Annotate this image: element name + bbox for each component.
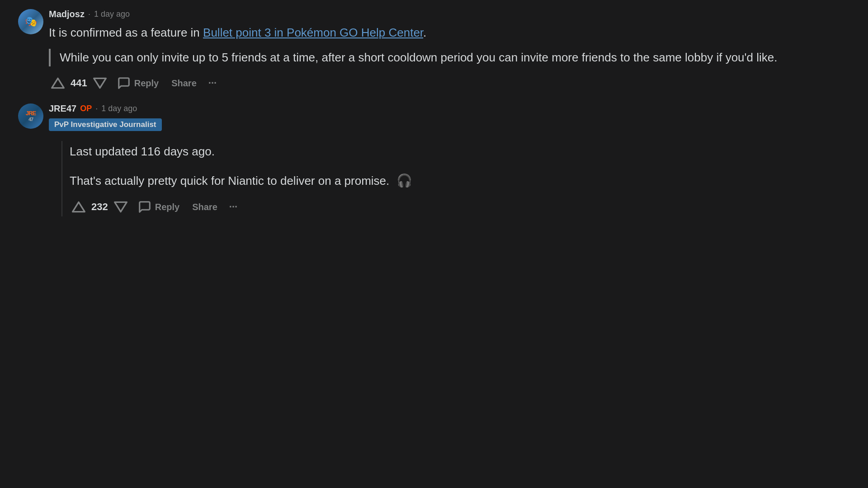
svg-marker-1	[94, 78, 106, 88]
upvote-button-jre47[interactable]	[70, 198, 88, 216]
timestamp-jre47: 1 day ago	[101, 104, 137, 113]
comment-madjosz: 🎭 Madjosz · 1 day ago It is confirmed as…	[18, 9, 850, 93]
more-label-jre47: ···	[229, 201, 237, 212]
comment-jre47: JRE 47 JRE47 OP · 1 day ago PvP Investig…	[18, 103, 850, 216]
reply-button-madjosz[interactable]: Reply	[113, 74, 163, 93]
more-button-madjosz[interactable]: ···	[205, 75, 220, 91]
dot-separator-2: ·	[95, 104, 98, 113]
comment-body-madjosz: Madjosz · 1 day ago It is confirmed as a…	[49, 9, 850, 93]
body-line2-jre47: That's actually pretty quick for Niantic…	[70, 171, 850, 190]
help-center-link[interactable]: Bullet point 3 in Pokémon GO Help Center	[203, 26, 423, 39]
svg-marker-3	[114, 202, 127, 211]
body-line1-jre47: Last updated 116 days ago.	[70, 143, 850, 160]
share-button-madjosz[interactable]: Share	[167, 75, 201, 91]
op-badge-jre47: OP	[80, 104, 92, 113]
more-button-jre47[interactable]: ···	[226, 199, 241, 215]
blockquote-madjosz: While you can only invite up to 5 friend…	[49, 49, 850, 66]
reply-button-jre47[interactable]: Reply	[133, 197, 184, 216]
timestamp-madjosz: 1 day ago	[94, 9, 130, 19]
downvote-button-jre47[interactable]	[112, 198, 130, 216]
more-label-madjosz: ···	[208, 77, 217, 89]
vote-count-jre47: 232	[91, 201, 108, 213]
svg-marker-0	[52, 78, 64, 88]
vote-section-madjosz: 441	[49, 74, 109, 92]
downvote-button-madjosz[interactable]	[91, 74, 109, 92]
comment-body-jre47: JRE47 OP · 1 day ago PvP Investigative J…	[49, 103, 850, 216]
action-bar-jre47: 232 Reply	[70, 197, 850, 216]
comment-text-madjosz: It is confirmed as a feature in Bullet p…	[49, 24, 850, 42]
nested-content-jre47: Last updated 116 days ago. That's actual…	[70, 141, 850, 216]
share-label-jre47: Share	[192, 202, 217, 212]
comment-header-jre47: JRE47 OP · 1 day ago	[49, 103, 850, 114]
comment-thread-jre47: Last updated 116 days ago. That's actual…	[49, 141, 850, 216]
page-container: 🎭 Madjosz · 1 day ago It is confirmed as…	[0, 0, 868, 236]
vote-section-jre47: 232	[70, 198, 130, 216]
vote-count-madjosz: 441	[71, 77, 87, 89]
flair-badge-jre47: PvP Investigative Journalist	[49, 118, 162, 131]
text-after-link: .	[423, 26, 426, 39]
blockquote-text: While you can only invite up to 5 friend…	[60, 51, 777, 64]
reply-label-jre47: Reply	[155, 202, 179, 212]
upvote-button-madjosz[interactable]	[49, 74, 67, 92]
share-label-madjosz: Share	[171, 78, 197, 89]
emoji-jre47: 🎧	[396, 174, 412, 188]
username-madjosz[interactable]: Madjosz	[49, 9, 85, 19]
share-button-jre47[interactable]: Share	[188, 199, 222, 215]
text-before-link: It is confirmed as a feature in	[49, 26, 203, 39]
username-jre47[interactable]: JRE47	[49, 103, 76, 114]
avatar-madjosz: 🎭	[18, 9, 43, 34]
thread-line-jre47	[61, 141, 62, 216]
comment-header-madjosz: Madjosz · 1 day ago	[49, 9, 850, 19]
svg-marker-2	[73, 202, 85, 211]
reply-label-madjosz: Reply	[134, 78, 159, 89]
action-bar-madjosz: 441 Reply Share	[49, 74, 850, 93]
avatar-jre47: JRE 47	[18, 103, 43, 129]
dot-separator-1: ·	[88, 9, 90, 19]
